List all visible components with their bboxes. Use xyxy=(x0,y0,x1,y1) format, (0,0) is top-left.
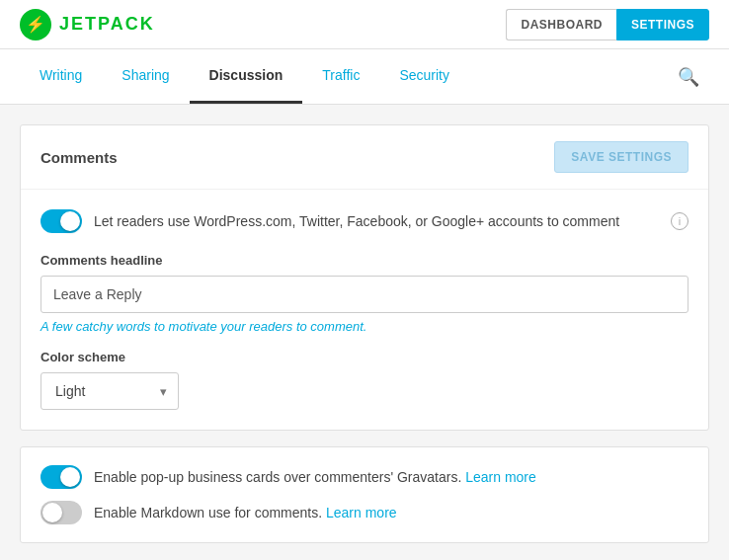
headline-input[interactable] xyxy=(40,276,688,313)
comments-headline-field: Comments headline A few catchy words to … xyxy=(40,253,688,334)
allow-comment-toggle[interactable] xyxy=(40,209,82,233)
tab-security[interactable]: Security xyxy=(379,49,469,104)
toggle-thumb xyxy=(60,211,80,231)
header: ⚡ JETPACK DASHBOARD SETTINGS xyxy=(0,0,729,49)
markdown-toggle[interactable] xyxy=(40,501,82,524)
tabs-list: Writing Sharing Discussion Traffic Secur… xyxy=(20,49,469,104)
tab-traffic[interactable]: Traffic xyxy=(302,49,379,104)
headline-label: Comments headline xyxy=(40,253,688,268)
gravatars-label: Enable pop-up business cards over commen… xyxy=(94,469,536,485)
allow-comment-label: Let readers use WordPress.com, Twitter, … xyxy=(94,213,659,229)
options-card-body: Enable pop-up business cards over commen… xyxy=(21,447,708,542)
header-buttons: DASHBOARD SETTINGS xyxy=(506,9,709,40)
settings-button[interactable]: SETTINGS xyxy=(616,9,709,40)
card-body: Let readers use WordPress.com, Twitter, … xyxy=(21,190,708,430)
color-scheme-select-wrap: Light Dark Transparent ▾ xyxy=(40,372,179,410)
markdown-option-row: Enable Markdown use for comments. Learn … xyxy=(40,501,688,524)
color-scheme-field: Color scheme Light Dark Transparent ▾ xyxy=(40,350,688,410)
search-icon[interactable]: 🔍 xyxy=(668,56,709,98)
color-scheme-label: Color scheme xyxy=(40,350,688,364)
logo-text: JETPACK xyxy=(59,14,155,35)
tab-writing[interactable]: Writing xyxy=(20,49,102,104)
allow-comment-toggle-row: Let readers use WordPress.com, Twitter, … xyxy=(40,209,688,233)
logo: ⚡ JETPACK xyxy=(20,9,155,40)
options-card: Enable pop-up business cards over commen… xyxy=(20,446,709,543)
jetpack-logo-icon: ⚡ xyxy=(20,9,51,40)
gravatars-option-row: Enable pop-up business cards over commen… xyxy=(40,465,688,489)
markdown-learn-more-link[interactable]: Learn more xyxy=(326,505,397,520)
headline-hint: A few catchy words to motivate your read… xyxy=(40,319,688,334)
toggle-track-gravatars[interactable] xyxy=(40,465,82,489)
card-title: Comments xyxy=(40,149,118,166)
comments-card: Comments SAVE SETTINGS Let readers use W… xyxy=(20,124,709,431)
tab-discussion[interactable]: Discussion xyxy=(190,49,303,104)
toggle-track-markdown[interactable] xyxy=(40,501,82,524)
main-content: Comments SAVE SETTINGS Let readers use W… xyxy=(0,105,729,560)
toggle-thumb-gravatars xyxy=(60,467,80,487)
tab-sharing[interactable]: Sharing xyxy=(102,49,189,104)
gravatars-learn-more-link[interactable]: Learn more xyxy=(465,469,536,485)
save-settings-button[interactable]: SAVE SETTINGS xyxy=(554,141,688,173)
toggle-thumb-markdown xyxy=(42,503,62,522)
toggle-track[interactable] xyxy=(40,209,82,233)
dashboard-button[interactable]: DASHBOARD xyxy=(506,9,616,40)
color-scheme-select[interactable]: Light Dark Transparent xyxy=(40,372,179,410)
markdown-label: Enable Markdown use for comments. Learn … xyxy=(94,505,397,520)
gravatars-toggle[interactable] xyxy=(40,465,82,489)
nav-tabs: Writing Sharing Discussion Traffic Secur… xyxy=(0,49,729,105)
card-header: Comments SAVE SETTINGS xyxy=(21,125,708,190)
info-icon[interactable]: i xyxy=(671,212,688,230)
